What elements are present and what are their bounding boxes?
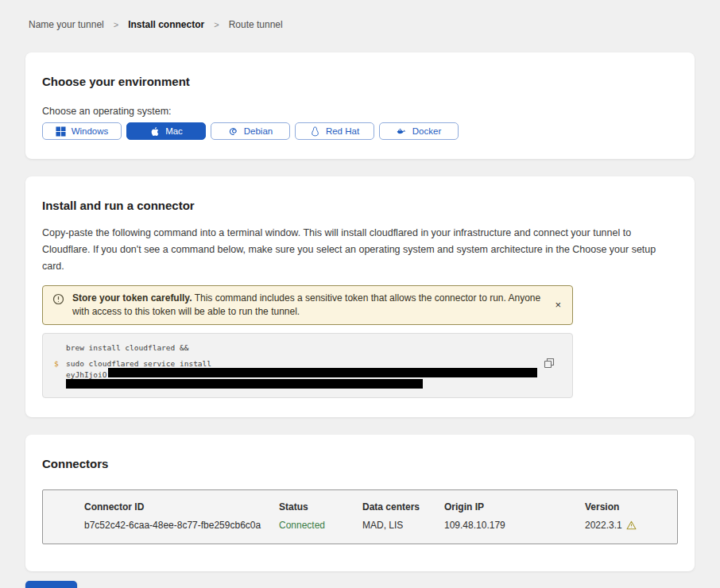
token-warning-title: Store your token carefully.: [72, 292, 192, 304]
copy-icon: [544, 358, 555, 369]
install-card-title: Install and run a connector: [42, 199, 678, 212]
token-prefix: eyJhIjoiO: [66, 370, 106, 379]
connector-table-row: b7c52c42-6caa-48ee-8c77-fbe259cb6c0a Con…: [84, 520, 661, 531]
copy-command-button[interactable]: [544, 358, 555, 369]
connectors-card: Connectors Connector ID Status Data cent…: [25, 435, 695, 571]
debian-swirl-icon: [228, 126, 238, 137]
code-line-token-continued: [54, 379, 561, 389]
alert-circle-icon: [52, 293, 64, 305]
os-button-label: Windows: [72, 126, 109, 136]
os-button-docker[interactable]: Docker: [379, 122, 459, 140]
os-button-group: Windows Mac Debian: [42, 122, 678, 140]
connectors-card-title: Connectors: [42, 457, 678, 470]
breadcrumb-step-name-your-tunnel[interactable]: Name your tunnel: [29, 19, 104, 30]
redacted-token-bar: [108, 368, 537, 377]
os-button-debian[interactable]: Debian: [211, 122, 290, 140]
code-blank-line: [54, 352, 561, 359]
apple-logo-icon: [149, 126, 160, 137]
breadcrumb: Name your tunnel > Install connector > R…: [0, 0, 720, 30]
connectors-table: Connector ID Status Data centers Origin …: [42, 489, 678, 544]
token-warning-banner: Store your token carefully. This command…: [42, 285, 573, 325]
breadcrumb-step-route-tunnel[interactable]: Route tunnel: [229, 19, 283, 30]
redacted-token-bar: [66, 379, 423, 389]
install-connector-card: Install and run a connector Copy-paste t…: [25, 176, 695, 417]
os-button-label: Mac: [165, 126, 183, 136]
column-header-version: Version: [585, 501, 661, 513]
column-header-connector-id: Connector ID: [84, 501, 279, 513]
install-command-code-block[interactable]: brew install cloudflared && $sudo cloudf…: [42, 333, 573, 398]
code-line-token: eyJhIjoiO: [54, 368, 561, 379]
column-header-origin-ip: Origin IP: [444, 501, 585, 513]
breadcrumb-separator: >: [214, 20, 219, 29]
windows-logo-icon: [56, 126, 66, 137]
environment-card: Choose your environment Choose an operat…: [25, 52, 695, 159]
docker-whale-icon: [397, 126, 407, 137]
os-button-label: Debian: [244, 126, 273, 136]
install-card-description: Copy-paste the following command into a …: [42, 225, 678, 275]
token-warning-text: Store your token carefully. This command…: [72, 292, 545, 319]
os-button-label: Docker: [412, 126, 441, 136]
version-value: 2022.3.1: [585, 520, 661, 531]
environment-card-title: Choose your environment: [42, 75, 678, 88]
column-header-status: Status: [279, 501, 362, 513]
origin-ip-value: 109.48.10.179: [444, 520, 585, 531]
next-button[interactable]: Next: [25, 581, 77, 588]
connectors-table-header-row: Connector ID Status Data centers Origin …: [84, 501, 661, 513]
os-button-mac[interactable]: Mac: [126, 122, 206, 140]
os-button-label: Red Hat: [326, 126, 359, 136]
close-icon: ×: [555, 299, 561, 311]
code-line-sudo: $sudo cloudflared service install: [54, 359, 561, 368]
os-button-redhat[interactable]: Red Hat: [295, 122, 374, 140]
connector-id-value: b7c52c42-6caa-48ee-8c77-fbe259cb6c0a: [84, 520, 279, 531]
data-centers-value: MAD, LIS: [362, 520, 444, 531]
breadcrumb-separator: >: [114, 20, 118, 29]
os-button-windows[interactable]: Windows: [42, 122, 122, 140]
breadcrumb-step-install-connector[interactable]: Install connector: [128, 19, 204, 30]
operating-system-label: Choose an operating system:: [42, 106, 678, 117]
warning-close-button[interactable]: ×: [553, 300, 563, 310]
version-warning-triangle-icon: [626, 520, 637, 530]
status-badge: Connected: [279, 520, 362, 531]
shell-prompt: $: [54, 359, 66, 368]
tux-penguin-icon: [310, 126, 320, 137]
code-line-brew: brew install cloudflared &&: [54, 343, 561, 352]
column-header-data-centers: Data centers: [362, 501, 444, 513]
